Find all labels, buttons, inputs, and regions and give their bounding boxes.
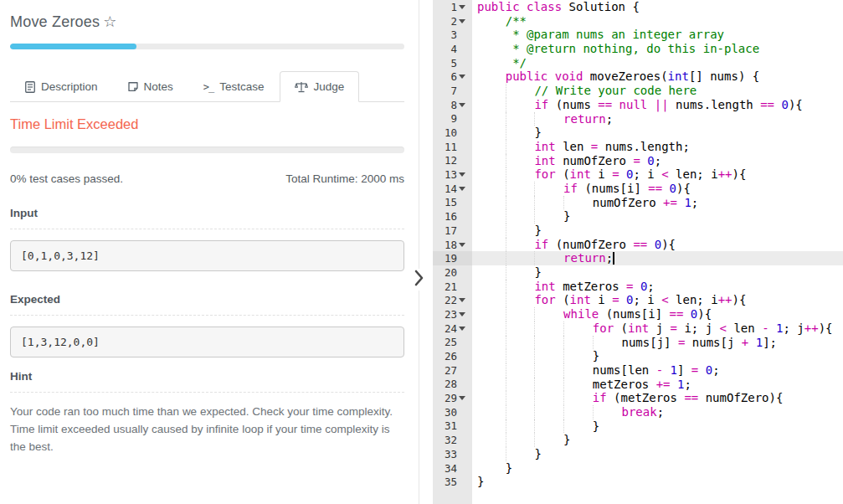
tab-judge[interactable]: Judge	[280, 71, 360, 102]
code-line-25[interactable]: nums[j] = nums[j + 1];	[472, 336, 843, 350]
gutter-line-15: 15	[433, 196, 472, 210]
fold-arrow-icon[interactable]	[457, 69, 467, 84]
code-line-23[interactable]: while (nums[i] == 0){	[472, 307, 843, 321]
code-line-33[interactable]: }	[472, 447, 843, 461]
code-line-18[interactable]: if (numOfZero == 0){	[472, 238, 843, 252]
fold-arrow-icon[interactable]	[457, 167, 467, 182]
chevron-right-icon	[414, 270, 424, 290]
fold-spacer	[457, 461, 467, 476]
gutter-line-7: 7	[433, 84, 472, 98]
code-line-14[interactable]: if (nums[i] == 0){	[472, 182, 843, 196]
input-value-box: [0,1,0,3,12]	[10, 240, 404, 271]
code-line-28[interactable]: metZeros += 1;	[472, 378, 843, 392]
fold-spacer	[457, 126, 467, 140]
line-number: 33	[445, 448, 457, 460]
gutter-line-28: 28	[433, 378, 472, 392]
tab-description-label: Description	[41, 80, 98, 93]
gutter-line-2: 2	[433, 14, 472, 28]
code-line-9[interactable]: return;	[472, 112, 843, 126]
fold-spacer	[457, 419, 467, 434]
tab-testcase[interactable]: >_ Testcase	[188, 71, 280, 102]
fold-arrow-icon[interactable]	[457, 98, 467, 112]
code-line-4[interactable]: * @return nothing, do this in-place	[472, 42, 843, 56]
code-line-22[interactable]: for (int i = 0; i < len; i++){	[472, 293, 843, 307]
fold-spacer	[457, 349, 467, 363]
fold-arrow-icon[interactable]	[457, 293, 467, 307]
code-line-7[interactable]: // Write your code here	[472, 84, 843, 98]
tab-description[interactable]: Description	[10, 71, 113, 102]
code-line-30[interactable]: break;	[472, 405, 843, 419]
gutter-line-34: 34	[433, 461, 472, 476]
line-number: 5	[450, 57, 457, 69]
code-line-17[interactable]: }	[472, 224, 843, 238]
code-line-26[interactable]: }	[472, 349, 843, 363]
code-line-13[interactable]: for (int i = 0; i < len; i++){	[472, 167, 843, 182]
line-number: 30	[445, 406, 457, 419]
line-number: 11	[445, 141, 457, 153]
line-number: 7	[450, 85, 457, 97]
collapse-panel-button[interactable]	[412, 269, 426, 291]
line-number: 27	[445, 364, 457, 377]
gutter-line-14: 14	[433, 182, 472, 196]
line-number: 8	[450, 99, 457, 111]
page-title: Move Zeroes☆	[10, 0, 404, 31]
line-number: 9	[450, 112, 457, 125]
code-line-29[interactable]: if (metZeros == numOfZero){	[472, 391, 843, 405]
code-line-19[interactable]: return;	[472, 251, 843, 265]
fold-spacer	[457, 251, 467, 265]
panel-divider	[419, 0, 419, 504]
code-line-32[interactable]: }	[472, 433, 843, 447]
hint-label: Hint	[10, 370, 404, 393]
gutter-line-32: 32	[433, 433, 472, 447]
cases-passed-text: 0% test cases passed.	[10, 172, 123, 185]
gutter-line-31: 31	[433, 419, 472, 434]
expected-label: Expected	[10, 293, 404, 316]
line-number: 28	[445, 378, 457, 390]
fold-arrow-icon[interactable]	[457, 391, 467, 405]
code-line-1[interactable]: public class Solution {	[472, 0, 843, 14]
tab-notes[interactable]: Notes	[113, 71, 188, 102]
favorite-star-icon[interactable]: ☆	[103, 13, 116, 30]
code-line-31[interactable]: }	[472, 419, 843, 434]
problem-title-text: Move Zeroes	[10, 13, 100, 30]
notes-icon	[128, 81, 138, 92]
line-number: 34	[445, 462, 457, 475]
fold-arrow-icon[interactable]	[457, 14, 467, 28]
line-number: 22	[445, 294, 457, 306]
code-line-8[interactable]: if (nums == null || nums.length == 0){	[472, 98, 843, 112]
code-line-12[interactable]: int numOfZero = 0;	[472, 154, 843, 168]
code-line-24[interactable]: for (int j = i; j < len - 1; j++){	[472, 321, 843, 336]
gutter-line-29: 29	[433, 391, 472, 405]
fold-spacer	[457, 405, 467, 419]
code-line-6[interactable]: public void moveZeroes(int[] nums) {	[472, 69, 843, 84]
testcase-terminal-icon: >_	[203, 81, 213, 93]
gutter-line-18: 18	[433, 238, 472, 252]
code-line-3[interactable]: * @param nums an integer array	[472, 28, 843, 42]
fold-arrow-icon[interactable]	[457, 321, 467, 336]
code-line-15[interactable]: numOfZero += 1;	[472, 196, 843, 210]
code-line-11[interactable]: int len = nums.length;	[472, 140, 843, 154]
code-line-21[interactable]: int metZeros = 0;	[472, 280, 843, 294]
code-line-10[interactable]: }	[472, 126, 843, 140]
code-line-35[interactable]: }	[472, 475, 843, 489]
fold-arrow-icon[interactable]	[457, 182, 467, 196]
code-line-27[interactable]: nums[len - 1] = 0;	[472, 363, 843, 378]
fold-spacer	[457, 84, 467, 98]
fold-arrow-icon[interactable]	[457, 307, 467, 321]
line-number: 35	[445, 476, 457, 488]
fold-arrow-icon[interactable]	[457, 238, 467, 252]
code-editor[interactable]: 1234567891011121314151617181920212223242…	[433, 0, 843, 504]
editor-code[interactable]: public class Solution {/*** @param nums …	[472, 0, 843, 504]
code-line-20[interactable]: }	[472, 265, 843, 280]
line-number: 3	[450, 28, 457, 41]
fold-spacer	[457, 378, 467, 392]
code-line-16[interactable]: }	[472, 209, 843, 224]
testcases-progress-bar	[10, 147, 404, 153]
line-number: 29	[445, 392, 457, 404]
code-line-2[interactable]: /**	[472, 14, 843, 28]
fold-arrow-icon[interactable]	[457, 0, 467, 14]
code-line-34[interactable]: }	[472, 461, 843, 476]
fold-spacer	[457, 196, 467, 210]
code-line-5[interactable]: */	[472, 56, 843, 70]
fold-spacer	[457, 433, 467, 447]
